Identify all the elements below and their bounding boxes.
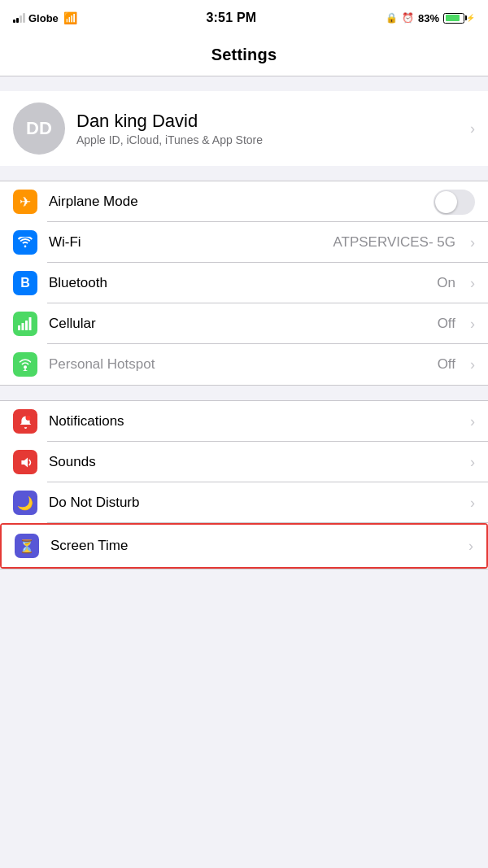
svg-marker-9 xyxy=(21,457,28,467)
svg-point-8 xyxy=(26,415,30,419)
sounds-row[interactable]: Sounds › xyxy=(0,442,488,482)
time-label: 3:51 PM xyxy=(206,11,256,25)
bluetooth-icon: B xyxy=(13,271,37,295)
sounds-label: Sounds xyxy=(49,454,464,470)
charging-icon: ⚡ xyxy=(466,14,475,22)
status-bar: Globe 📶 3:51 PM 🔒 ⏰ 83% ⚡ xyxy=(0,0,488,36)
wifi-status-icon: 📶 xyxy=(63,11,77,24)
bluetooth-chevron: › xyxy=(470,275,475,292)
sounds-chevron: › xyxy=(470,454,475,471)
bluetooth-value: On xyxy=(437,275,455,291)
avatar: DD xyxy=(13,103,65,155)
status-left: Globe 📶 xyxy=(13,11,77,24)
hotspot-label: Personal Hotspot xyxy=(49,356,438,373)
notifications-row[interactable]: Notifications › xyxy=(0,401,488,442)
screentime-row[interactable]: ⏳ Screen Time › xyxy=(2,525,486,567)
notifications-chevron: › xyxy=(470,413,475,430)
dnd-label: Do Not Disturb xyxy=(49,495,464,511)
cellular-icon xyxy=(13,312,37,336)
screentime-label: Screen Time xyxy=(50,538,462,554)
cellular-row[interactable]: Cellular Off › xyxy=(0,303,488,344)
dnd-icon: 🌙 xyxy=(13,491,37,515)
lock-icon: 🔒 xyxy=(386,12,398,24)
svg-point-4 xyxy=(24,365,27,369)
svg-rect-1 xyxy=(22,323,24,330)
battery-percent: 83% xyxy=(418,12,439,24)
status-right: 🔒 ⏰ 83% ⚡ xyxy=(386,12,475,24)
notifications-icon xyxy=(13,409,37,434)
profile-subtitle: Apple ID, iCloud, iTunes & App Store xyxy=(76,133,464,146)
notifications-label: Notifications xyxy=(49,413,464,430)
section-gap-1 xyxy=(0,76,488,91)
bluetooth-row[interactable]: B Bluetooth On › xyxy=(0,263,488,303)
cellular-value: Off xyxy=(438,316,455,332)
profile-chevron: › xyxy=(470,120,475,137)
airplane-mode-toggle[interactable] xyxy=(434,190,475,215)
wifi-label: Wi-Fi xyxy=(49,234,333,251)
bluetooth-label: Bluetooth xyxy=(49,275,437,291)
page-title-bar: Settings xyxy=(0,36,488,76)
carrier-label: Globe xyxy=(28,12,59,24)
svg-rect-2 xyxy=(25,321,28,330)
svg-rect-3 xyxy=(29,317,32,330)
svg-rect-0 xyxy=(18,325,20,330)
wifi-value: ATPSERVICES- 5G xyxy=(333,234,455,251)
cellular-chevron: › xyxy=(470,316,475,333)
hotspot-icon xyxy=(13,352,37,377)
wifi-icon xyxy=(13,230,37,255)
wifi-row[interactable]: Wi-Fi ATPSERVICES- 5G › xyxy=(0,222,488,263)
alarm-icon: ⏰ xyxy=(402,12,414,24)
screentime-highlighted-container: ⏳ Screen Time › xyxy=(0,523,488,569)
signal-icon xyxy=(13,13,25,23)
dnd-chevron: › xyxy=(470,495,475,512)
screentime-chevron: › xyxy=(468,538,473,555)
hotspot-value-container: Off › xyxy=(438,356,475,373)
cellular-value-container: Off › xyxy=(438,316,475,333)
cellular-label: Cellular xyxy=(49,316,438,332)
page-title: Settings xyxy=(0,46,488,64)
sounds-icon xyxy=(13,450,37,474)
bluetooth-value-container: On › xyxy=(437,275,475,292)
connectivity-group: ✈ Airplane Mode Wi-Fi ATPSERVICES- 5G › … xyxy=(0,181,488,386)
hotspot-value: Off xyxy=(438,356,455,373)
section-gap-2 xyxy=(0,166,488,181)
screentime-icon: ⏳ xyxy=(15,534,39,558)
airplane-mode-label: Airplane Mode xyxy=(49,194,434,210)
section-gap-3 xyxy=(0,386,488,400)
hotspot-row[interactable]: Personal Hotspot Off › xyxy=(0,344,488,385)
profile-name: Dan king David xyxy=(76,111,464,132)
system-group: Notifications › Sounds › 🌙 Do Not Distur… xyxy=(0,400,488,569)
airplane-mode-row[interactable]: ✈ Airplane Mode xyxy=(0,181,488,222)
profile-cell[interactable]: DD Dan king David Apple ID, iCloud, iTun… xyxy=(0,91,488,166)
wifi-chevron: › xyxy=(470,234,475,251)
wifi-value-container: ATPSERVICES- 5G › xyxy=(333,234,475,251)
dnd-row[interactable]: 🌙 Do Not Disturb › xyxy=(0,482,488,523)
hotspot-chevron: › xyxy=(470,356,475,373)
battery-indicator: ⚡ xyxy=(443,13,475,24)
airplane-mode-icon: ✈ xyxy=(13,190,37,214)
profile-info: Dan king David Apple ID, iCloud, iTunes … xyxy=(76,111,464,146)
